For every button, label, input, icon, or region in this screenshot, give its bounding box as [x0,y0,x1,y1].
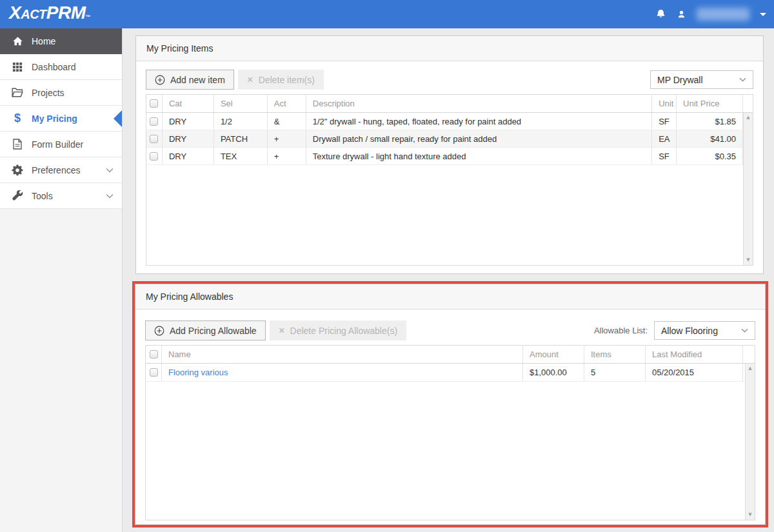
sidebar-nav: Home Dashboard Projects $ My Pricing For… [0,28,123,532]
pricing-allowables-grid: Name Amount Items Last Modified Flooring… [145,345,755,520]
add-new-item-button[interactable]: Add new item [146,70,234,90]
button-label: Delete item(s) [259,75,315,85]
active-item-arrow [114,110,122,127]
panel-body: Add new item × Delete item(s) MP Drywall… [136,61,763,266]
table-row[interactable]: DRY TEX + Texture drywall - light hand t… [146,148,743,165]
header-checkbox-cell [146,95,163,112]
cell-description: Drywall patch / small repair, ready for … [306,130,652,147]
dollar-icon: $ [10,112,25,125]
column-header-amount: Amount [523,346,584,363]
scroll-up-icon[interactable]: ▲ [748,366,751,371]
select-all-checkbox[interactable] [150,350,158,359]
button-label: Add Pricing Allowable [170,326,257,336]
column-header-unit: Unit [652,95,677,112]
row-checkbox[interactable] [150,135,158,143]
header-right-group [655,0,766,28]
column-header-last-modified: Last Modified [646,346,743,363]
x-icon: × [247,74,253,85]
scroll-up-icon[interactable]: ▲ [746,115,749,120]
logo-part: ACT [21,7,46,21]
add-pricing-allowable-button[interactable]: Add Pricing Allowable [145,320,266,340]
chevron-down-icon [739,77,746,82]
header-checkbox-cell [146,346,162,363]
sidebar-item-label: Dashboard [32,62,76,72]
chevron-down-icon [741,328,748,333]
selected-option: MP Drywall [657,75,703,85]
logo-part: X [9,3,21,23]
sidebar-item-preferences[interactable]: Preferences [0,157,122,183]
allowables-toolbar: Add Pricing Allowable × Delete Pricing A… [145,320,755,340]
selected-option: Allow Flooring [661,326,718,336]
user-menu-caret-icon[interactable] [760,13,766,16]
row-checkbox[interactable] [150,368,158,377]
pricing-items-grid: Cat Sel Act Description Unit Unit Price … [146,94,753,266]
vertical-scrollbar[interactable]: ▲ ▼ [743,113,753,265]
cell-cat: DRY [163,113,214,130]
wrench-icon [10,190,25,201]
cell-sel: PATCH [214,130,268,147]
pricing-list-select[interactable]: MP Drywall [650,70,753,89]
items-toolbar: Add new item × Delete item(s) MP Drywall [146,70,753,90]
sidebar-item-form-builder[interactable]: Form Builder [0,132,122,157]
table-row[interactable]: DRY PATCH + Drywall patch / small repair… [146,130,743,148]
my-pricing-allowables-panel: My Pricing Allowables Add Pricing Allowa… [135,284,766,525]
sidebar-item-label: Tools [32,191,53,201]
cell-act: & [268,113,306,130]
sidebar-item-tools[interactable]: Tools [0,183,122,209]
button-label: Delete Pricing Allowable(s) [290,326,398,336]
user-icon[interactable] [677,9,686,19]
chevron-down-icon [106,168,114,173]
grid-header: Name Amount Items Last Modified [146,346,755,364]
allowable-name-link[interactable]: Flooring various [168,368,228,377]
cell-unit: SF [652,148,677,164]
column-header-cat: Cat [163,95,214,112]
column-header-unit-price: Unit Price [677,95,743,112]
cell-last-modified: 05/20/2015 [646,364,743,381]
cell-unit-price: $1.85 [677,113,743,130]
cell-items: 5 [584,364,646,381]
document-icon [10,139,25,150]
column-header-items: Items [584,346,646,363]
logo-part: PRM [46,3,86,23]
sidebar-item-projects[interactable]: Projects [0,80,122,106]
cell-unit: EA [652,130,677,147]
cell-unit: SF [652,113,677,130]
column-header-description: Description [306,95,652,112]
panel-title: My Pricing Items [136,36,763,61]
scroll-down-icon[interactable]: ▼ [748,513,751,517]
delete-pricing-allowables-button[interactable]: × Delete Pricing Allowable(s) [270,320,406,340]
table-row[interactable]: DRY 1/2 & 1/2" drywall - hung, taped, fl… [146,113,743,130]
scroll-down-icon[interactable]: ▼ [746,258,749,262]
sidebar-item-label: Preferences [32,165,80,175]
cell-act: + [268,148,306,164]
cell-sel: 1/2 [214,113,268,130]
vertical-scrollbar[interactable]: ▲ ▼ [745,364,755,520]
allowable-list-select[interactable]: Allow Flooring [654,321,755,340]
row-checkbox[interactable] [150,152,158,161]
app-header-bar: XACTPRM™ [0,0,774,28]
sidebar-item-label: Home [32,36,55,46]
chevron-down-icon [106,193,114,199]
plus-circle-icon [155,75,165,85]
sidebar-item-home[interactable]: Home [0,28,122,54]
delete-items-button[interactable]: × Delete item(s) [238,70,324,90]
select-all-checkbox[interactable] [150,99,158,108]
column-header-name: Name [162,346,523,363]
panel-body: Add Pricing Allowable × Delete Pricing A… [135,310,765,520]
cell-cat: DRY [163,130,214,147]
notifications-bell-icon[interactable] [655,8,666,20]
username-redacted [697,8,749,21]
sidebar-item-label: Projects [32,88,64,98]
row-checkbox[interactable] [150,117,158,126]
cell-sel: TEX [214,148,268,164]
grid-header: Cat Sel Act Description Unit Unit Price [146,95,753,113]
x-icon: × [279,325,285,336]
button-label: Add new item [170,75,225,85]
table-row[interactable]: Flooring various $1,000.00 5 05/20/2015 [146,364,745,382]
cell-unit-price: $0.35 [677,148,743,164]
sidebar-item-dashboard[interactable]: Dashboard [0,54,122,80]
cell-cat: DRY [163,148,214,164]
sidebar-item-label: Form Builder [32,139,83,150]
sidebar-item-my-pricing[interactable]: $ My Pricing [0,106,122,132]
allowable-list-label: Allowable List: [594,326,648,335]
